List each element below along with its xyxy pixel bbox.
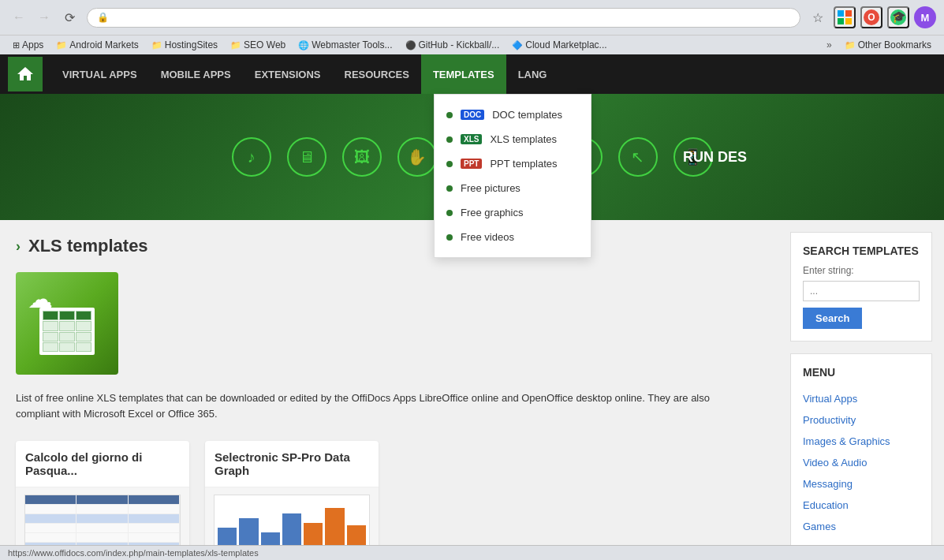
home-nav-button[interactable] [8, 57, 43, 91]
cell-1 [43, 321, 58, 330]
back-button[interactable]: ← [8, 6, 30, 28]
extension-graduation-icon[interactable]: 🎓 [887, 6, 909, 28]
extension-windows-icon[interactable] [834, 6, 856, 28]
template-card-0[interactable]: Calcolo del giorno di Pasqua... [16, 441, 189, 558]
bar-4 [282, 513, 301, 547]
reload-button[interactable]: ⟳ [58, 6, 80, 28]
menu-item-productivity[interactable]: Productivity [803, 409, 920, 431]
page-title: XLS templates [28, 236, 148, 256]
bookmark-apps[interactable]: ⊞ Apps [8, 38, 48, 52]
template-card-1[interactable]: Selectronic SP-Pro Data Graph [205, 441, 379, 558]
nav-templates[interactable]: TEMPLATES [421, 54, 506, 94]
svg-text:🎓: 🎓 [892, 10, 906, 24]
dropdown-pictures-label: Free pictures [461, 182, 521, 194]
cell-9 [76, 342, 91, 352]
dropdown-ppt-templates[interactable]: PPT PPT templates [435, 151, 591, 176]
search-enter-string-label: Enter string: [803, 265, 920, 276]
bookmark-cloud[interactable]: 🔷 Cloud Marketplac... [507, 38, 611, 52]
templates-dropdown: DOC DOC templates XLS XLS templates PPT … [434, 94, 591, 258]
dropdown-xls-label: XLS templates [490, 133, 557, 145]
dot-icon-graphics [446, 210, 453, 216]
menu-item-messaging[interactable]: Messaging [803, 473, 920, 495]
dropdown-doc-label: DOC templates [492, 109, 562, 121]
folder-icon-android: 📁 [56, 40, 67, 50]
bookmark-star-button[interactable]: ☆ [807, 6, 829, 28]
dropdown-xls-templates[interactable]: XLS XLS templates [435, 127, 591, 151]
status-bar: https://www.offidocs.com/index.php/main-… [0, 545, 944, 560]
search-button[interactable]: Search [803, 308, 862, 329]
cell-h3 [76, 311, 91, 320]
nav-resources[interactable]: RESOURCES [333, 54, 421, 94]
nav-virtual-apps[interactable]: VIRTUAL APPS [50, 54, 149, 94]
dot-icon-videos [446, 234, 453, 241]
hero-run-text: RUN DES [683, 149, 747, 166]
nav-extensions[interactable]: EXTENSIONS [243, 54, 333, 94]
bar-2 [239, 518, 258, 547]
menu-item-games[interactable]: Games [803, 516, 920, 537]
cell-7 [43, 342, 58, 352]
dropdown-free-videos[interactable]: Free videos [435, 225, 591, 249]
bar-7 [347, 525, 366, 547]
cell-2 [59, 321, 75, 330]
chevron-right-icon: › [16, 238, 21, 255]
dot-icon-xls [446, 136, 453, 143]
hero-touch-icon: ✋ [397, 137, 437, 177]
extension-red-icon[interactable]: O [860, 6, 882, 28]
dropdown-ppt-label: PPT templates [490, 158, 557, 170]
cloud-marketplace-icon: 🔷 [512, 40, 523, 50]
spreadsheet-icon [39, 308, 95, 355]
site-nav: VIRTUAL APPS MOBILE APPS EXTENSIONS RESO… [0, 54, 944, 94]
menu-item-virtual-apps[interactable]: Virtual Apps [803, 388, 920, 409]
dropdown-graphics-label: Free graphics [461, 207, 523, 218]
bookmark-webmaster[interactable]: 🌐 Webmaster Tools... [293, 38, 397, 52]
dropdown-free-pictures[interactable]: Free pictures [435, 176, 591, 200]
preview-spreadsheet-0 [24, 495, 181, 551]
svg-rect-1 [845, 10, 852, 17]
hero-monitor-icon: 🖥 [287, 137, 326, 177]
templates-grid: Calcolo del giorno di Pasqua... Se [16, 441, 763, 558]
bookmark-apps-label: Apps [22, 39, 43, 50]
profile-button[interactable]: M [914, 6, 936, 28]
bookmarks-bar: ⊞ Apps 📁 Android Markets 📁 HostingSites … [0, 35, 944, 54]
bookmark-android[interactable]: 📁 Android Markets [51, 38, 143, 52]
bookmark-github[interactable]: ⚫ GitHub - Kickball/... [401, 38, 505, 52]
sidebar: SEARCH TEMPLATES Enter string: Search ME… [778, 220, 944, 560]
dropdown-doc-templates[interactable]: DOC DOC templates [435, 103, 591, 127]
toolbar-icons: ☆ O 🎓 M [807, 6, 936, 28]
hero-music-icon: ♪ [232, 137, 271, 177]
menu-item-images-graphics[interactable]: Images & Graphics [803, 431, 920, 452]
menu-box: MENU Virtual Apps Productivity Images & … [790, 353, 932, 550]
address-bar[interactable]: 🔒 offidocs.com/index.php/main-templates/… [87, 8, 800, 28]
menu-item-video-audio[interactable]: Video & Audio [803, 452, 920, 473]
bookmark-seo[interactable]: 📁 SEO Web [226, 38, 290, 52]
nav-lang[interactable]: LANG [506, 54, 559, 94]
chart-preview [214, 495, 370, 551]
bookmark-cloud-label: Cloud Marketplac... [525, 39, 606, 50]
menu-title: MENU [803, 366, 920, 379]
hero-image-icon: 🖼 [342, 137, 382, 177]
apps-grid-icon: ⊞ [13, 40, 20, 50]
bookmark-hosting[interactable]: 📁 HostingSites [147, 38, 222, 52]
cell-8 [59, 342, 75, 352]
url-input[interactable]: offidocs.com/index.php/main-templates/xl… [114, 12, 790, 24]
xls-badge: XLS [461, 134, 482, 144]
website: VIRTUAL APPS MOBILE APPS EXTENSIONS RESO… [0, 54, 944, 560]
nav-mobile-apps[interactable]: MOBILE APPS [149, 54, 243, 94]
forward-button[interactable]: → [33, 6, 55, 28]
ppt-badge: PPT [461, 159, 482, 169]
browser-toolbar: ← → ⟳ 🔒 offidocs.com/index.php/main-temp… [0, 0, 944, 35]
bookmark-other[interactable]: 📁 Other Bookmarks [840, 38, 936, 52]
main-content: › XLS templates ☁ [0, 220, 944, 560]
cloud-icon: ☁ [28, 284, 53, 314]
bookmark-other-label: Other Bookmarks [858, 39, 931, 50]
bookmark-seo-label: SEO Web [244, 39, 285, 50]
globe-icon-webmaster: 🌐 [298, 40, 309, 50]
folder-icon-hosting: 📁 [151, 40, 162, 50]
search-templates-title: SEARCH TEMPLATES [803, 245, 920, 257]
search-input[interactable] [803, 281, 920, 301]
hero-cursor-icon: ↖ [618, 137, 658, 177]
menu-item-education[interactable]: Education [803, 495, 920, 516]
dropdown-free-graphics[interactable]: Free graphics [435, 200, 591, 225]
bookmarks-more-button[interactable]: » [822, 38, 837, 52]
dot-icon-doc [446, 112, 453, 118]
